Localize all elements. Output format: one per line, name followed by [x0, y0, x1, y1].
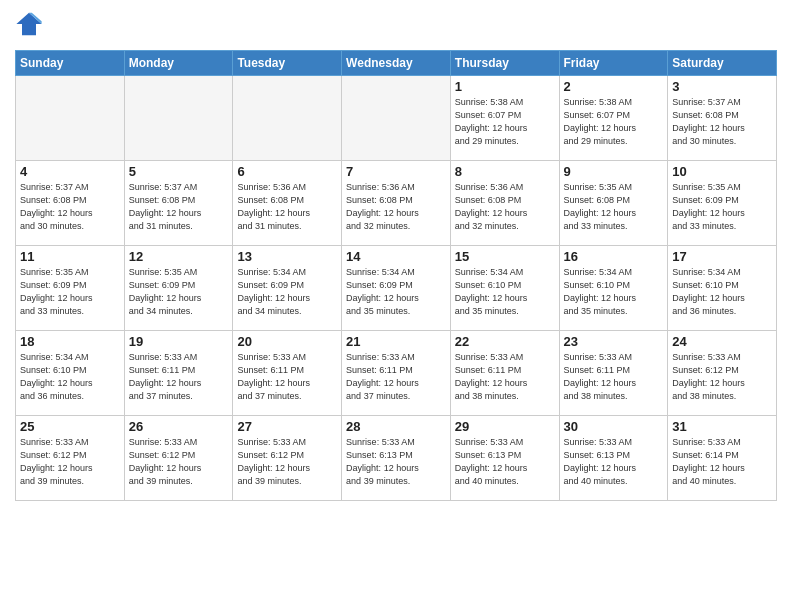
calendar-cell: 29Sunrise: 5:33 AM Sunset: 6:13 PM Dayli…	[450, 416, 559, 501]
calendar-cell: 26Sunrise: 5:33 AM Sunset: 6:12 PM Dayli…	[124, 416, 233, 501]
calendar-cell: 12Sunrise: 5:35 AM Sunset: 6:09 PM Dayli…	[124, 246, 233, 331]
day-number: 8	[455, 164, 555, 179]
day-number: 29	[455, 419, 555, 434]
day-number: 20	[237, 334, 337, 349]
day-info: Sunrise: 5:35 AM Sunset: 6:08 PM Dayligh…	[564, 181, 664, 233]
day-number: 7	[346, 164, 446, 179]
calendar-cell: 27Sunrise: 5:33 AM Sunset: 6:12 PM Dayli…	[233, 416, 342, 501]
day-info: Sunrise: 5:33 AM Sunset: 6:12 PM Dayligh…	[672, 351, 772, 403]
day-number: 28	[346, 419, 446, 434]
day-info: Sunrise: 5:37 AM Sunset: 6:08 PM Dayligh…	[672, 96, 772, 148]
day-info: Sunrise: 5:33 AM Sunset: 6:13 PM Dayligh…	[564, 436, 664, 488]
day-number: 26	[129, 419, 229, 434]
day-number: 22	[455, 334, 555, 349]
day-info: Sunrise: 5:34 AM Sunset: 6:09 PM Dayligh…	[346, 266, 446, 318]
day-info: Sunrise: 5:36 AM Sunset: 6:08 PM Dayligh…	[237, 181, 337, 233]
calendar-cell: 31Sunrise: 5:33 AM Sunset: 6:14 PM Dayli…	[668, 416, 777, 501]
calendar-cell: 18Sunrise: 5:34 AM Sunset: 6:10 PM Dayli…	[16, 331, 125, 416]
calendar-cell: 21Sunrise: 5:33 AM Sunset: 6:11 PM Dayli…	[342, 331, 451, 416]
calendar-cell: 6Sunrise: 5:36 AM Sunset: 6:08 PM Daylig…	[233, 161, 342, 246]
weekday-header-saturday: Saturday	[668, 51, 777, 76]
day-info: Sunrise: 5:38 AM Sunset: 6:07 PM Dayligh…	[455, 96, 555, 148]
calendar-cell: 3Sunrise: 5:37 AM Sunset: 6:08 PM Daylig…	[668, 76, 777, 161]
day-number: 14	[346, 249, 446, 264]
logo-icon	[15, 10, 43, 38]
calendar-cell	[233, 76, 342, 161]
calendar-cell: 14Sunrise: 5:34 AM Sunset: 6:09 PM Dayli…	[342, 246, 451, 331]
calendar-cell: 4Sunrise: 5:37 AM Sunset: 6:08 PM Daylig…	[16, 161, 125, 246]
day-number: 11	[20, 249, 120, 264]
week-row-4: 18Sunrise: 5:34 AM Sunset: 6:10 PM Dayli…	[16, 331, 777, 416]
day-info: Sunrise: 5:37 AM Sunset: 6:08 PM Dayligh…	[20, 181, 120, 233]
day-info: Sunrise: 5:34 AM Sunset: 6:10 PM Dayligh…	[20, 351, 120, 403]
calendar-cell: 5Sunrise: 5:37 AM Sunset: 6:08 PM Daylig…	[124, 161, 233, 246]
calendar-cell: 19Sunrise: 5:33 AM Sunset: 6:11 PM Dayli…	[124, 331, 233, 416]
calendar-cell: 15Sunrise: 5:34 AM Sunset: 6:10 PM Dayli…	[450, 246, 559, 331]
calendar-cell: 8Sunrise: 5:36 AM Sunset: 6:08 PM Daylig…	[450, 161, 559, 246]
weekday-header-monday: Monday	[124, 51, 233, 76]
day-info: Sunrise: 5:33 AM Sunset: 6:12 PM Dayligh…	[129, 436, 229, 488]
calendar-cell: 22Sunrise: 5:33 AM Sunset: 6:11 PM Dayli…	[450, 331, 559, 416]
day-number: 19	[129, 334, 229, 349]
day-number: 15	[455, 249, 555, 264]
calendar-cell: 28Sunrise: 5:33 AM Sunset: 6:13 PM Dayli…	[342, 416, 451, 501]
logo	[15, 10, 43, 44]
day-info: Sunrise: 5:33 AM Sunset: 6:13 PM Dayligh…	[455, 436, 555, 488]
day-number: 1	[455, 79, 555, 94]
day-info: Sunrise: 5:37 AM Sunset: 6:08 PM Dayligh…	[129, 181, 229, 233]
header	[15, 10, 777, 44]
day-info: Sunrise: 5:34 AM Sunset: 6:09 PM Dayligh…	[237, 266, 337, 318]
day-number: 10	[672, 164, 772, 179]
day-info: Sunrise: 5:33 AM Sunset: 6:11 PM Dayligh…	[455, 351, 555, 403]
day-info: Sunrise: 5:36 AM Sunset: 6:08 PM Dayligh…	[455, 181, 555, 233]
day-info: Sunrise: 5:33 AM Sunset: 6:14 PM Dayligh…	[672, 436, 772, 488]
week-row-1: 1Sunrise: 5:38 AM Sunset: 6:07 PM Daylig…	[16, 76, 777, 161]
day-number: 30	[564, 419, 664, 434]
day-number: 2	[564, 79, 664, 94]
weekday-header-wednesday: Wednesday	[342, 51, 451, 76]
day-info: Sunrise: 5:35 AM Sunset: 6:09 PM Dayligh…	[129, 266, 229, 318]
day-number: 23	[564, 334, 664, 349]
day-number: 6	[237, 164, 337, 179]
week-row-3: 11Sunrise: 5:35 AM Sunset: 6:09 PM Dayli…	[16, 246, 777, 331]
day-number: 27	[237, 419, 337, 434]
calendar-cell: 11Sunrise: 5:35 AM Sunset: 6:09 PM Dayli…	[16, 246, 125, 331]
week-row-2: 4Sunrise: 5:37 AM Sunset: 6:08 PM Daylig…	[16, 161, 777, 246]
calendar-cell: 1Sunrise: 5:38 AM Sunset: 6:07 PM Daylig…	[450, 76, 559, 161]
day-number: 12	[129, 249, 229, 264]
day-info: Sunrise: 5:33 AM Sunset: 6:11 PM Dayligh…	[564, 351, 664, 403]
weekday-header-tuesday: Tuesday	[233, 51, 342, 76]
day-number: 16	[564, 249, 664, 264]
day-number: 24	[672, 334, 772, 349]
calendar-cell: 16Sunrise: 5:34 AM Sunset: 6:10 PM Dayli…	[559, 246, 668, 331]
calendar-cell: 7Sunrise: 5:36 AM Sunset: 6:08 PM Daylig…	[342, 161, 451, 246]
calendar-cell: 13Sunrise: 5:34 AM Sunset: 6:09 PM Dayli…	[233, 246, 342, 331]
calendar-cell: 30Sunrise: 5:33 AM Sunset: 6:13 PM Dayli…	[559, 416, 668, 501]
day-number: 9	[564, 164, 664, 179]
day-number: 4	[20, 164, 120, 179]
page: SundayMondayTuesdayWednesdayThursdayFrid…	[0, 0, 792, 516]
calendar-cell: 23Sunrise: 5:33 AM Sunset: 6:11 PM Dayli…	[559, 331, 668, 416]
calendar-table: SundayMondayTuesdayWednesdayThursdayFrid…	[15, 50, 777, 501]
day-info: Sunrise: 5:33 AM Sunset: 6:11 PM Dayligh…	[237, 351, 337, 403]
day-number: 3	[672, 79, 772, 94]
weekday-header-thursday: Thursday	[450, 51, 559, 76]
day-info: Sunrise: 5:35 AM Sunset: 6:09 PM Dayligh…	[20, 266, 120, 318]
day-number: 5	[129, 164, 229, 179]
weekday-header-friday: Friday	[559, 51, 668, 76]
calendar-cell: 2Sunrise: 5:38 AM Sunset: 6:07 PM Daylig…	[559, 76, 668, 161]
day-info: Sunrise: 5:33 AM Sunset: 6:12 PM Dayligh…	[20, 436, 120, 488]
day-info: Sunrise: 5:33 AM Sunset: 6:11 PM Dayligh…	[129, 351, 229, 403]
day-number: 31	[672, 419, 772, 434]
week-row-5: 25Sunrise: 5:33 AM Sunset: 6:12 PM Dayli…	[16, 416, 777, 501]
calendar-cell	[342, 76, 451, 161]
day-number: 18	[20, 334, 120, 349]
day-info: Sunrise: 5:33 AM Sunset: 6:11 PM Dayligh…	[346, 351, 446, 403]
weekday-header-sunday: Sunday	[16, 51, 125, 76]
day-info: Sunrise: 5:33 AM Sunset: 6:12 PM Dayligh…	[237, 436, 337, 488]
day-info: Sunrise: 5:34 AM Sunset: 6:10 PM Dayligh…	[564, 266, 664, 318]
day-info: Sunrise: 5:36 AM Sunset: 6:08 PM Dayligh…	[346, 181, 446, 233]
day-number: 25	[20, 419, 120, 434]
day-info: Sunrise: 5:38 AM Sunset: 6:07 PM Dayligh…	[564, 96, 664, 148]
svg-marker-0	[16, 13, 41, 35]
